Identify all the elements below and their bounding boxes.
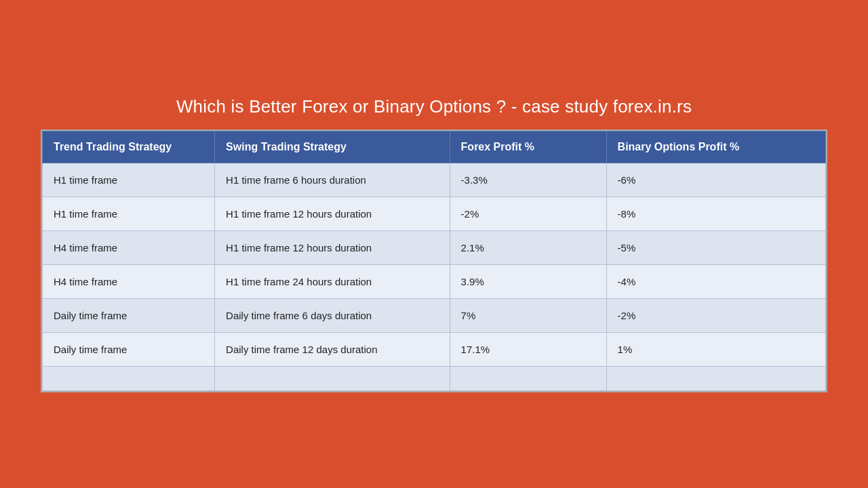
cell-trend: H1 time frame (43, 163, 215, 197)
cell-forex: 17.1% (450, 332, 606, 366)
cell-forex: -2% (450, 197, 606, 230)
cell-swing: H1 time frame 12 hours duration (215, 230, 450, 264)
cell-swing: H1 time frame 12 hours duration (215, 197, 450, 230)
table-row: Daily time frameDaily time frame 6 days … (43, 298, 826, 332)
cell-forex: -3.3% (450, 163, 606, 197)
header-swing: Swing Trading Strategy (215, 131, 450, 163)
cell-swing: H1 time frame 24 hours duration (215, 264, 450, 298)
header-trend: Trend Trading Strategy (43, 131, 215, 163)
cell-binary: 1% (606, 332, 825, 366)
cell-swing: Daily time frame 6 days duration (215, 298, 450, 332)
table-row: H4 time frameH1 time frame 24 hours dura… (43, 264, 826, 298)
comparison-table: Trend Trading Strategy Swing Trading Str… (42, 131, 826, 391)
header-binary: Binary Options Profit % (606, 131, 825, 163)
cell-swing: H1 time frame 6 hours duration (215, 163, 450, 197)
cell-trend: Daily time frame (43, 332, 215, 366)
table-row: H1 time frameH1 time frame 12 hours dura… (43, 197, 826, 230)
cell-forex: 3.9% (450, 264, 606, 298)
table-row-empty (43, 366, 826, 390)
cell-swing: Daily time frame 12 days duration (215, 332, 450, 366)
header-forex: Forex Profit % (450, 131, 606, 163)
table-header-row: Trend Trading Strategy Swing Trading Str… (43, 131, 826, 163)
table-row: H4 time frameH1 time frame 12 hours dura… (43, 230, 826, 264)
table-row: H1 time frameH1 time frame 6 hours durat… (43, 163, 826, 197)
cell-forex: 7% (450, 298, 606, 332)
cell-forex: 2.1% (450, 230, 606, 264)
cell-binary: -2% (606, 298, 825, 332)
cell-binary: -6% (606, 163, 825, 197)
cell-binary: -5% (606, 230, 825, 264)
table-wrapper: Trend Trading Strategy Swing Trading Str… (41, 129, 827, 392)
cell-trend: H4 time frame (43, 264, 215, 298)
cell-trend: H1 time frame (43, 197, 215, 230)
cell-trend: Daily time frame (43, 298, 215, 332)
cell-binary: -4% (606, 264, 825, 298)
cell-trend: H4 time frame (43, 230, 215, 264)
cell-binary: -8% (606, 197, 825, 230)
table-row: Daily time frameDaily time frame 12 days… (43, 332, 826, 366)
page-title: Which is Better Forex or Binary Options … (149, 96, 719, 117)
